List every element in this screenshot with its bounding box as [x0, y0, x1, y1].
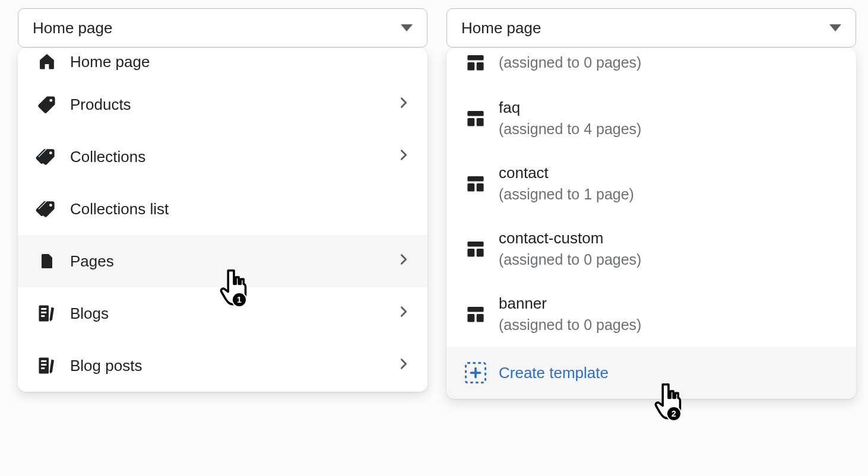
caret-down-icon	[401, 24, 413, 31]
cursor-badge: 2	[666, 406, 682, 421]
template-select-label: Home page	[461, 19, 829, 37]
template-type-select[interactable]: Home page	[18, 8, 427, 47]
type-item-collections[interactable]: Collections	[18, 131, 427, 183]
template-icon	[463, 108, 488, 128]
tags-icon	[34, 198, 59, 220]
plus-dashed-icon	[463, 362, 488, 383]
template-icon	[463, 304, 488, 324]
template-item-contact-custom[interactable]: contact-custom (assigned to 0 pages)	[446, 216, 856, 281]
template-subtitle: (assigned to 0 pages)	[499, 316, 641, 334]
template-name: contact	[499, 164, 634, 182]
caret-down-icon	[829, 24, 841, 31]
chevron-right-icon	[397, 304, 411, 323]
chevron-right-icon	[397, 252, 411, 271]
template-name: contact-custom	[499, 229, 641, 247]
type-item-label: Home page	[70, 53, 411, 71]
template-subtitle: (assigned to 1 page)	[499, 186, 634, 203]
type-item-label: Products	[70, 96, 397, 114]
template-item-faq[interactable]: faq (assigned to 4 pages)	[446, 85, 856, 151]
template-type-select-label: Home page	[33, 19, 401, 37]
template-subtitle: (assigned to 0 pages)	[499, 251, 641, 268]
type-item-products[interactable]: Products	[18, 78, 427, 131]
template-item-banner[interactable]: banner (assigned to 0 pages)	[446, 281, 856, 347]
template-name: banner	[499, 294, 641, 313]
template-item-contact[interactable]: contact (assigned to 1 page)	[446, 151, 856, 216]
template-name: faq	[499, 99, 641, 117]
template-icon	[463, 239, 488, 259]
template-icon	[463, 173, 488, 193]
type-item-collections-list[interactable]: Collections list	[18, 183, 427, 235]
home-icon	[34, 51, 59, 71]
template-subtitle: (assigned to 4 pages)	[499, 120, 641, 138]
template-subtitle: (assigned to 0 pages)	[499, 54, 641, 71]
chevron-right-icon	[397, 148, 411, 166]
blog-icon	[34, 355, 59, 376]
type-item-label: Blogs	[70, 304, 397, 323]
type-item-label: Collections	[70, 148, 397, 166]
type-item-home[interactable]: Home page	[18, 49, 427, 78]
chevron-right-icon	[397, 357, 411, 375]
page-icon	[34, 252, 59, 270]
chevron-right-icon	[397, 96, 411, 114]
tag-icon	[34, 94, 59, 115]
blog-icon	[34, 303, 59, 324]
template-type-popover: Home page Products Collections Collec	[18, 49, 427, 392]
type-item-label: Collections list	[70, 200, 411, 218]
create-template-button[interactable]: Create template	[446, 347, 856, 399]
template-item[interactable]: (assigned to 0 pages)	[446, 49, 856, 85]
template-list-popover: (assigned to 0 pages) faq (assigned to 4…	[446, 49, 856, 399]
create-template-label: Create template	[499, 364, 609, 382]
type-item-pages[interactable]: Pages	[18, 235, 427, 287]
type-item-blogs[interactable]: Blogs	[18, 287, 427, 339]
template-icon	[463, 52, 488, 72]
template-select[interactable]: Home page	[446, 8, 856, 47]
type-item-label: Pages	[70, 252, 397, 271]
tags-icon	[34, 145, 59, 168]
type-item-label: Blog posts	[70, 357, 397, 375]
type-item-blog-posts[interactable]: Blog posts	[18, 339, 427, 392]
